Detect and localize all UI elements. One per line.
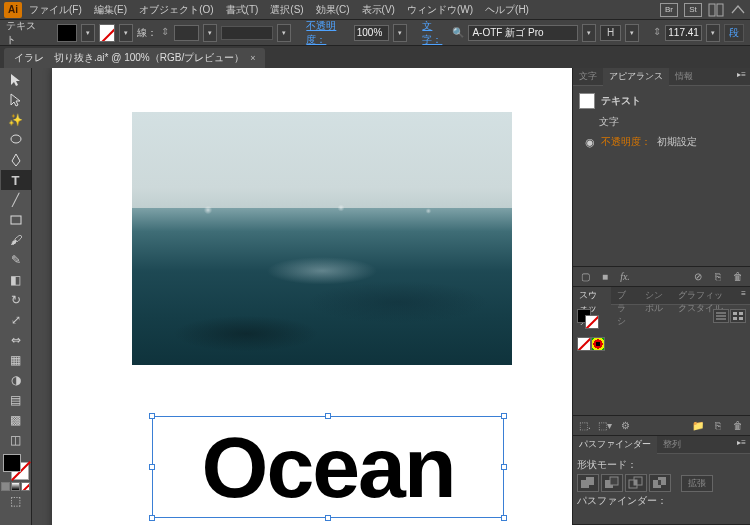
tool-pencil[interactable]: ✎ xyxy=(1,250,31,270)
pf-intersect-icon[interactable] xyxy=(625,474,647,492)
tool-shape-builder[interactable]: ◑ xyxy=(1,370,31,390)
delete-item-icon[interactable]: 🗑 xyxy=(730,270,746,284)
pathfinder-panel-menu-icon[interactable]: ▸≡ xyxy=(733,436,750,453)
canvas-area[interactable]: Ocean xyxy=(32,68,572,525)
swatch-none[interactable] xyxy=(577,337,591,351)
color-mode-solid[interactable] xyxy=(1,482,10,491)
swatch-list-view-icon[interactable] xyxy=(713,309,729,323)
clear-appearance-icon[interactable]: ⊘ xyxy=(690,270,706,284)
swatch-options-icon[interactable]: ⚙ xyxy=(617,419,633,433)
font-style-field[interactable]: H xyxy=(600,25,621,41)
fill-stroke-proxy[interactable] xyxy=(3,454,29,480)
tool-selection[interactable] xyxy=(1,70,31,90)
tab-brushes[interactable]: ブラシ xyxy=(611,287,639,304)
swatch-grid-view-icon[interactable] xyxy=(730,309,746,323)
handle-bl[interactable] xyxy=(149,515,155,521)
handle-br[interactable] xyxy=(501,515,507,521)
handle-mr[interactable] xyxy=(501,464,507,470)
color-mode-gradient[interactable] xyxy=(11,482,20,491)
swatch-registration[interactable] xyxy=(591,337,605,351)
font-size-dropdown[interactable]: ▾ xyxy=(706,24,720,42)
add-effect-icon[interactable]: fx. xyxy=(617,270,633,284)
opacity-field[interactable]: 100% xyxy=(354,25,390,41)
handle-ml[interactable] xyxy=(149,464,155,470)
close-tab-icon[interactable]: × xyxy=(250,53,255,63)
handle-bm[interactable] xyxy=(325,515,331,521)
opacity-dropdown[interactable]: ▾ xyxy=(393,24,407,42)
menu-effect[interactable]: 効果(C) xyxy=(311,1,355,19)
handle-tr[interactable] xyxy=(501,413,507,419)
tool-free-transform[interactable]: ▦ xyxy=(1,350,31,370)
add-fill-icon[interactable]: ■ xyxy=(597,270,613,284)
pf-expand-button[interactable]: 拡張 xyxy=(681,475,713,492)
tool-rectangle[interactable] xyxy=(1,210,31,230)
tool-pen[interactable] xyxy=(1,150,31,170)
stroke-weight-dropdown[interactable]: ▾ xyxy=(203,24,217,42)
stroke-dropdown[interactable]: ▾ xyxy=(119,24,133,42)
color-mode-none[interactable] xyxy=(21,482,30,491)
size-stepper-icon[interactable]: ⇕ xyxy=(653,26,662,40)
pf-exclude-icon[interactable] xyxy=(649,474,671,492)
tab-info[interactable]: 情報 xyxy=(669,68,699,85)
handle-tm[interactable] xyxy=(325,413,331,419)
menu-select[interactable]: 選択(S) xyxy=(265,1,308,19)
duplicate-item-icon[interactable]: ⎘ xyxy=(710,270,726,284)
swatch-panel-menu-icon[interactable]: ≡ xyxy=(737,287,750,304)
handle-tl[interactable] xyxy=(149,413,155,419)
tab-symbols[interactable]: シンボル xyxy=(639,287,672,304)
tab-align[interactable]: 整列 xyxy=(657,436,687,453)
brush-dropdown[interactable]: ▾ xyxy=(277,24,291,42)
tool-type[interactable]: T xyxy=(1,170,31,190)
new-color-group-icon[interactable]: 📁 xyxy=(690,419,706,433)
swatch-kind-menu-icon[interactable]: ⬚▾ xyxy=(597,419,613,433)
pf-minus-front-icon[interactable] xyxy=(601,474,623,492)
menu-window[interactable]: ウィンドウ(W) xyxy=(402,1,478,19)
appearance-opacity-label[interactable]: 不透明度： xyxy=(601,135,651,149)
font-family-field[interactable]: A-OTF 新ゴ Pro xyxy=(468,25,578,41)
tool-paintbrush[interactable]: 🖌 xyxy=(1,230,31,250)
tool-perspective[interactable]: ▤ xyxy=(1,390,31,410)
menu-edit[interactable]: 編集(E) xyxy=(89,1,132,19)
swatch-stroke-none[interactable] xyxy=(585,315,599,329)
stroke-stepper-icon[interactable]: ⇕ xyxy=(161,26,170,40)
add-stroke-icon[interactable]: ▢ xyxy=(577,270,593,284)
menu-object[interactable]: オブジェクト(O) xyxy=(134,1,218,19)
text-object-selected[interactable]: Ocean xyxy=(152,416,504,518)
menu-format[interactable]: 書式(T) xyxy=(221,1,264,19)
menu-help[interactable]: ヘルプ(H) xyxy=(480,1,534,19)
new-swatch-icon[interactable]: ⎘ xyxy=(710,419,726,433)
tab-character[interactable]: 文字 xyxy=(573,68,603,85)
pf-unite-icon[interactable] xyxy=(577,474,599,492)
tool-direct-select[interactable] xyxy=(1,90,31,110)
fill-swatch[interactable] xyxy=(57,24,76,42)
tool-mesh[interactable]: ▩ xyxy=(1,410,31,430)
font-style-dropdown[interactable]: ▾ xyxy=(625,24,639,42)
stock-icon[interactable]: St xyxy=(684,3,702,17)
gpu-preview-icon[interactable] xyxy=(730,3,746,17)
tab-swatches[interactable]: スウォッチ xyxy=(573,287,611,305)
tool-screen-mode[interactable]: ⬚ xyxy=(1,491,31,511)
font-family-dropdown[interactable]: ▾ xyxy=(582,24,596,42)
eye-icon[interactable]: ◉ xyxy=(585,136,595,149)
tool-scale[interactable]: ⤢ xyxy=(1,310,31,330)
tool-magic-wand[interactable]: ✨ xyxy=(1,110,31,130)
menu-view[interactable]: 表示(V) xyxy=(357,1,400,19)
tool-rotate[interactable]: ↻ xyxy=(1,290,31,310)
tool-line[interactable]: ╱ xyxy=(1,190,31,210)
delete-swatch-icon[interactable]: 🗑 xyxy=(730,419,746,433)
tab-appearance[interactable]: アピアランス xyxy=(603,68,669,86)
character-link[interactable]: 文字： xyxy=(422,19,448,47)
appearance-characters-row[interactable]: 文字 xyxy=(599,115,619,129)
tool-lasso[interactable] xyxy=(1,130,31,150)
brush-definition[interactable] xyxy=(221,26,273,40)
fill-proxy[interactable] xyxy=(3,454,21,472)
tool-width[interactable]: ⇔ xyxy=(1,330,31,350)
tool-eraser[interactable]: ◧ xyxy=(1,270,31,290)
fill-dropdown[interactable]: ▾ xyxy=(81,24,95,42)
opacity-link[interactable]: 不透明度： xyxy=(306,19,349,47)
document-tab[interactable]: イラレ 切り抜き.ai* @ 100%（RGB/プレビュー） × xyxy=(4,48,265,68)
tab-pathfinder[interactable]: パスファインダー xyxy=(573,436,657,454)
tool-gradient[interactable]: ◫ xyxy=(1,430,31,450)
tab-graphic-styles[interactable]: グラフィックスタイル xyxy=(672,287,737,304)
stroke-swatch-none[interactable] xyxy=(99,24,115,42)
